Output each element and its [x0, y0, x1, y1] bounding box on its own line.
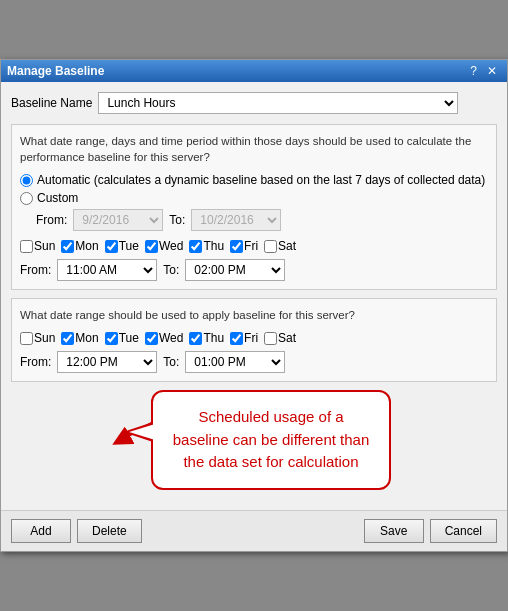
custom-radio[interactable] — [20, 192, 33, 205]
fri-checkbox-item: Fri — [230, 239, 258, 253]
speech-bubble-text: Scheduled usage of a baseline can be dif… — [173, 408, 370, 470]
fri-checkbox[interactable] — [230, 240, 243, 253]
s2-sat-checkbox[interactable] — [264, 332, 277, 345]
baseline-name-select[interactable]: Lunch Hours — [98, 92, 458, 114]
s2-thu-checkbox[interactable] — [189, 332, 202, 345]
s2-thu-label: Thu — [203, 331, 224, 345]
sat-checkbox[interactable] — [264, 240, 277, 253]
save-button[interactable]: Save — [364, 519, 424, 543]
thu-label: Thu — [203, 239, 224, 253]
s2-tue-checkbox-item: Tue — [105, 331, 139, 345]
s2-mon-label: Mon — [75, 331, 98, 345]
fri-label: Fri — [244, 239, 258, 253]
wed-label: Wed — [159, 239, 183, 253]
s2-sat-label: Sat — [278, 331, 296, 345]
mon-checkbox-item: Mon — [61, 239, 98, 253]
s2-sat-checkbox-item: Sat — [264, 331, 296, 345]
speech-bubble: Scheduled usage of a baseline can be dif… — [151, 390, 391, 490]
date-to-label: To: — [169, 213, 185, 227]
time-from-select[interactable]: 11:00 AM 12:00 PM 01:00 PM 02:00 PM — [57, 259, 157, 281]
sun-checkbox-item: Sun — [20, 239, 55, 253]
s2-wed-checkbox-item: Wed — [145, 331, 183, 345]
wed-checkbox[interactable] — [145, 240, 158, 253]
sat-label: Sat — [278, 239, 296, 253]
section1-days-row: Sun Mon Tue Wed Thu — [20, 239, 488, 253]
mon-label: Mon — [75, 239, 98, 253]
sat-checkbox-item: Sat — [264, 239, 296, 253]
delete-button[interactable]: Delete — [77, 519, 142, 543]
add-button[interactable]: Add — [11, 519, 71, 543]
section2-question: What date range should be used to apply … — [20, 307, 488, 323]
content-area: Baseline Name Lunch Hours What date rang… — [1, 82, 507, 510]
section2-time-row: From: 11:00 AM 12:00 PM 01:00 PM 02:00 P… — [20, 351, 488, 373]
s2-wed-label: Wed — [159, 331, 183, 345]
s2-mon-checkbox-item: Mon — [61, 331, 98, 345]
s2-fri-label: Fri — [244, 331, 258, 345]
footer-left-buttons: Add Delete — [11, 519, 142, 543]
cancel-button[interactable]: Cancel — [430, 519, 497, 543]
s2-fri-checkbox-item: Fri — [230, 331, 258, 345]
tue-checkbox[interactable] — [105, 240, 118, 253]
date-from-select: 9/2/2016 — [73, 209, 163, 231]
mon-checkbox[interactable] — [61, 240, 74, 253]
date-range-row: From: 9/2/2016 To: 10/2/2016 — [36, 209, 488, 231]
automatic-radio-row: Automatic (calculates a dynamic baseline… — [20, 173, 488, 187]
automatic-label: Automatic (calculates a dynamic baseline… — [37, 173, 485, 187]
baseline-name-row: Baseline Name Lunch Hours — [11, 92, 497, 114]
s2-time-to-select[interactable]: 11:00 AM 12:00 PM 01:00 PM 02:00 PM — [185, 351, 285, 373]
s2-sun-label: Sun — [34, 331, 55, 345]
s2-wed-checkbox[interactable] — [145, 332, 158, 345]
section1-box: What date range, days and time period wi… — [11, 124, 497, 290]
baseline-name-label: Baseline Name — [11, 96, 92, 110]
custom-radio-row: Custom — [20, 191, 488, 205]
s2-mon-checkbox[interactable] — [61, 332, 74, 345]
time-to-label: To: — [163, 263, 179, 277]
manage-baseline-window: Manage Baseline ? ✕ Baseline Name Lunch … — [0, 59, 508, 552]
section1-time-row: From: 11:00 AM 12:00 PM 01:00 PM 02:00 P… — [20, 259, 488, 281]
s2-sun-checkbox-item: Sun — [20, 331, 55, 345]
thu-checkbox[interactable] — [189, 240, 202, 253]
section2-box: What date range should be used to apply … — [11, 298, 497, 382]
time-from-label: From: — [20, 263, 51, 277]
tue-label: Tue — [119, 239, 139, 253]
date-to-select: 10/2/2016 — [191, 209, 281, 231]
s2-time-from-select[interactable]: 11:00 AM 12:00 PM 01:00 PM 02:00 PM — [57, 351, 157, 373]
section2-days-row: Sun Mon Tue Wed Thu — [20, 331, 488, 345]
thu-checkbox-item: Thu — [189, 239, 224, 253]
s2-tue-checkbox[interactable] — [105, 332, 118, 345]
sun-checkbox[interactable] — [20, 240, 33, 253]
titlebar-buttons: ? ✕ — [466, 63, 501, 79]
help-button[interactable]: ? — [466, 63, 481, 79]
s2-time-to-label: To: — [163, 355, 179, 369]
s2-time-from-label: From: — [20, 355, 51, 369]
section1-question: What date range, days and time period wi… — [20, 133, 488, 165]
tue-checkbox-item: Tue — [105, 239, 139, 253]
s2-fri-checkbox[interactable] — [230, 332, 243, 345]
s2-thu-checkbox-item: Thu — [189, 331, 224, 345]
automatic-radio[interactable] — [20, 174, 33, 187]
footer: Add Delete Save Cancel — [1, 510, 507, 551]
custom-label: Custom — [37, 191, 78, 205]
s2-sun-checkbox[interactable] — [20, 332, 33, 345]
time-to-select[interactable]: 11:00 AM 12:00 PM 01:00 PM 02:00 PM — [185, 259, 285, 281]
titlebar: Manage Baseline ? ✕ — [1, 60, 507, 82]
close-button[interactable]: ✕ — [483, 63, 501, 79]
window-title: Manage Baseline — [7, 64, 104, 78]
sun-label: Sun — [34, 239, 55, 253]
wed-checkbox-item: Wed — [145, 239, 183, 253]
footer-right-buttons: Save Cancel — [364, 519, 497, 543]
date-from-label: From: — [36, 213, 67, 227]
s2-tue-label: Tue — [119, 331, 139, 345]
